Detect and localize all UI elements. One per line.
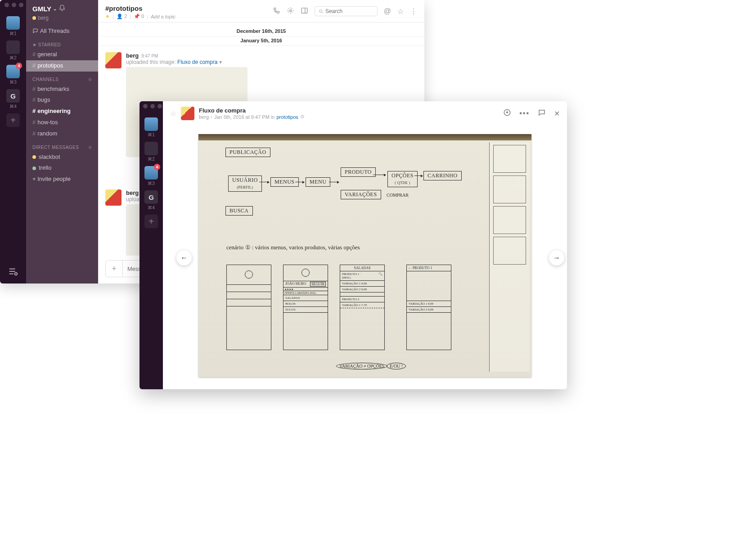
workspace-2[interactable]: [6, 40, 20, 54]
workspace-rail: ⌘1 ⌘2 4 ⌘3 G ⌘4 +: [0, 0, 26, 284]
channel-general[interactable]: #general: [26, 49, 98, 60]
next-image-button[interactable]: →: [549, 250, 564, 266]
invite-people-link[interactable]: + Invite people: [26, 174, 98, 184]
search-icon: [319, 9, 324, 14]
channel-how-tos[interactable]: #how-tos: [26, 117, 98, 128]
workspace-1[interactable]: [6, 16, 20, 30]
gear-icon[interactable]: ⚙: [300, 114, 305, 120]
svg-point-1: [289, 9, 291, 11]
date-dividers: December 16th, 2015 January 5th, 2016: [98, 22, 424, 48]
add-dm-icon[interactable]: ⊕: [88, 145, 92, 150]
workspace-3-badge: 4: [16, 63, 22, 69]
presence-dot: [32, 16, 36, 20]
image-content[interactable]: PUBLICAÇÃO USUÁRIO(PERFIL) MENUS MENU PR…: [198, 134, 531, 377]
avatar[interactable]: [105, 52, 122, 68]
details-icon[interactable]: [301, 7, 308, 16]
workspace-4-shortcut: ⌘4: [9, 104, 17, 109]
sketch-box: OPÇÕES( QTDE ): [387, 171, 418, 187]
more-icon[interactable]: ⋮: [410, 7, 417, 16]
pin-count[interactable]: 📌 0: [134, 14, 144, 19]
message-time: 9:47 PM: [141, 54, 158, 58]
call-icon[interactable]: [273, 7, 280, 16]
workspace-4[interactable]: G: [6, 89, 20, 103]
presence-icon: [32, 166, 36, 170]
sketch-box: VARIAÇÕES: [341, 190, 381, 199]
add-workspace-button[interactable]: +: [144, 215, 158, 228]
topic-placeholder[interactable]: Add a topic: [151, 14, 176, 19]
workspace-4[interactable]: G: [144, 190, 158, 204]
window-traffic-lights[interactable]: [140, 104, 162, 108]
sidebar: GMLY ⌄ berg All Threads ★ STARRED #gener…: [26, 0, 98, 284]
sketch-note: E/OU !: [387, 363, 406, 369]
gear-icon[interactable]: [287, 7, 294, 16]
svg-point-0: [15, 273, 17, 275]
channels-section-head[interactable]: CHANNELS ⊕: [26, 72, 98, 84]
channel-bugs[interactable]: #bugs: [26, 94, 98, 106]
more-icon[interactable]: •••: [519, 109, 530, 117]
starred-section-head: ★ STARRED: [26, 37, 98, 49]
channel-engineering[interactable]: #engineering: [26, 106, 98, 117]
workspace-3[interactable]: 4: [6, 65, 20, 78]
star-outline-icon[interactable]: ☆: [397, 7, 404, 16]
message-author[interactable]: berg: [126, 52, 139, 59]
download-icon[interactable]: [503, 108, 511, 118]
chevron-down-icon: ⌄: [53, 6, 57, 11]
comment-icon[interactable]: [538, 108, 546, 118]
dm-trello[interactable]: trello: [26, 162, 98, 174]
dm-slackbot[interactable]: slackbot: [26, 152, 98, 163]
workspace-3-shortcut: ⌘3: [9, 80, 17, 85]
close-button[interactable]: ✕: [554, 109, 560, 118]
sketch-side-panel: [489, 142, 530, 372]
prev-image-button[interactable]: ←: [176, 250, 192, 266]
dms-section-head[interactable]: DIRECT MESSAGES ⊕: [26, 140, 98, 152]
search-input[interactable]: [315, 6, 378, 16]
workspace-1-shortcut: ⌘1: [9, 31, 17, 36]
attach-button[interactable]: +: [106, 261, 123, 277]
notifications-icon[interactable]: [58, 4, 66, 13]
star-outline-icon[interactable]: ☆: [170, 109, 176, 118]
workspace-2-shortcut: ⌘2: [9, 55, 17, 60]
sketch-box: PUBLICAÇÃO: [225, 148, 270, 157]
presence-icon: [32, 155, 36, 159]
sketch-box: PRODUTO: [341, 167, 376, 177]
image-author[interactable]: berg: [199, 114, 209, 120]
current-user: berg: [32, 13, 92, 21]
mentions-icon[interactable]: @: [384, 7, 391, 15]
sketch-box: MENUS: [270, 177, 299, 187]
sketch-box: BUSCA: [225, 206, 253, 216]
channel-title: #prototipos: [105, 4, 273, 12]
channel-header: #prototipos ★| 👤 2| 📌 0| Add a topic @ ☆: [98, 0, 424, 22]
sketch-box: MENU: [306, 177, 330, 187]
quick-switcher-icon[interactable]: [8, 266, 18, 277]
image-channel-link[interactable]: prototipos: [276, 114, 298, 120]
team-header[interactable]: GMLY ⌄ berg: [26, 4, 98, 25]
window-traffic-lights[interactable]: [0, 3, 23, 7]
viewer-header: ☆ Fluxo de compra berg • Jan 5th, 2016 a…: [163, 101, 567, 126]
channel-benchmarks[interactable]: #benchmarks: [26, 84, 98, 95]
message-author[interactable]: berg: [126, 189, 139, 196]
all-threads-link[interactable]: All Threads: [26, 25, 98, 37]
modal-workspace-rail: ⌘1 ⌘2 4 ⌘3 G ⌘4 +: [140, 101, 163, 389]
add-workspace-button[interactable]: +: [6, 113, 20, 127]
viewer-pane: ☆ Fluxo de compra berg • Jan 5th, 2016 a…: [163, 101, 567, 389]
attachment-link[interactable]: Fluxo de compra: [177, 59, 217, 65]
workspace-2[interactable]: [144, 142, 158, 155]
workspace-3[interactable]: 4: [144, 166, 158, 180]
avatar[interactable]: [181, 107, 194, 120]
sketch-box: USUÁRIO(PERFIL): [228, 176, 262, 192]
add-channel-icon[interactable]: ⊕: [88, 77, 92, 82]
image-title: Fluxo de compra: [199, 107, 305, 114]
channel-prototipos[interactable]: #prototipos: [26, 60, 98, 72]
viewer-body: ← → PUBLICAÇÃO USUÁRIO(PERFIL) MENUS MEN…: [163, 126, 567, 389]
svg-point-3: [320, 9, 322, 12]
channel-random[interactable]: #random: [26, 128, 98, 140]
sketch-phone-2: JOÃO MUROSEGUIR ★★★★ OFERTA CARDÁPIO AVA…: [283, 265, 328, 350]
star-icon[interactable]: ★: [105, 14, 110, 19]
sketch-phone-3: SALADAS PRODUTO 1 · 🔍(DESC) VARIAÇÃO 1 8…: [340, 265, 385, 350]
sketch-note: VARIAÇÃO ≠ OPÇÕES: [336, 363, 387, 369]
avatar[interactable]: [105, 189, 122, 206]
sketch-scenario: cenário ① : vários menus, varios produto…: [226, 244, 360, 251]
member-count[interactable]: 👤 2: [117, 14, 127, 19]
workspace-1[interactable]: [144, 117, 158, 131]
team-name: GMLY: [32, 5, 51, 13]
